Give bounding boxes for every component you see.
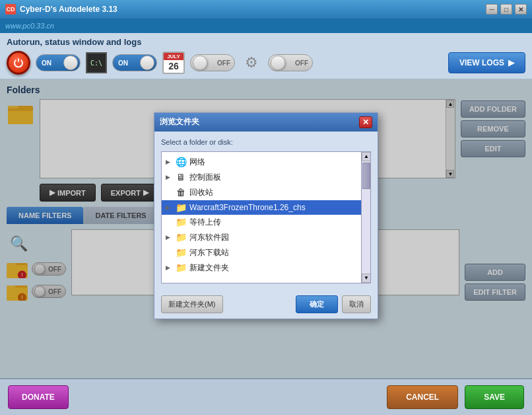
tree-item[interactable]: ▶📁Warcraft3FrozenThrone1.26_chs: [162, 200, 361, 215]
title-bar: CD Cyber-D's Autodelete 3.13 ─ □ ✕: [0, 0, 532, 19]
power-icon: [13, 57, 24, 69]
tree-item-label: 河东下载站: [189, 247, 229, 258]
tree-item-label: 等待上传: [189, 217, 221, 228]
tree-item-label: 回收站: [189, 187, 213, 198]
tree-expand-arrow: ▶: [166, 264, 175, 271]
window-title: Cyber-D's Autodelete 3.13: [20, 5, 117, 14]
tree-item[interactable]: ▶🌐网络: [162, 155, 361, 170]
new-folder-button[interactable]: 新建文件夹(M): [161, 295, 223, 313]
tree-scrollbar: ▲ ▼: [361, 152, 370, 283]
cmd-icon: C:\: [86, 52, 107, 73]
toolbar-row: ON C:\ ON JULY 26: [7, 51, 525, 75]
tree-content: ▶🌐网络▶🖥控制面板 🗑回收站▶📁Warcraft3FrozenThrone1.…: [162, 152, 361, 283]
tree-item-icon: 📁: [175, 247, 187, 258]
autorun-toggle[interactable]: ON: [36, 54, 81, 71]
tree-expand-arrow: ▶: [166, 159, 175, 165]
dialog-ok-button[interactable]: 确定: [296, 295, 338, 313]
tree-item[interactable]: ▶📁河东软件园: [162, 230, 361, 245]
tree-item[interactable]: ▶📁新建文件夹: [162, 260, 361, 276]
tree-scroll-up[interactable]: ▲: [362, 152, 371, 161]
maximize-button[interactable]: □: [500, 4, 512, 15]
tree-item-label: 河东软件园: [189, 232, 229, 243]
dialog-close-button[interactable]: ✕: [359, 116, 372, 128]
toggle-knob-4: [271, 56, 285, 70]
main-window: Autorun, status window and logs ON C:\: [0, 33, 532, 415]
tree-item-label: 新建文件夹: [189, 262, 229, 274]
calendar-icon: JULY 26: [162, 52, 185, 74]
tree-item-icon: 📁: [175, 232, 187, 243]
close-button[interactable]: ✕: [515, 4, 527, 15]
tree-expand-arrow: ▶: [166, 174, 175, 180]
extra-toggle-group: [268, 54, 313, 71]
schedule-toggle-group: [190, 54, 235, 71]
tree-item-icon: 🌐: [175, 157, 187, 167]
save-button[interactable]: SAVE: [465, 385, 524, 409]
tree-item[interactable]: 🗑回收站: [162, 185, 361, 200]
dialog-subtitle: Select a folder or disk:: [161, 138, 371, 146]
tree-scroll-down[interactable]: ▼: [362, 274, 371, 283]
cancel-button[interactable]: CANCEL: [387, 385, 458, 409]
tree-item[interactable]: ▶🖥控制面板: [162, 170, 361, 185]
dialog-tree[interactable]: ▶🌐网络▶🖥控制面板 🗑回收站▶📁Warcraft3FrozenThrone1.…: [161, 151, 371, 283]
tree-item-label: Warcraft3FrozenThrone1.26_chs: [189, 203, 306, 212]
content-area: Folders ▲ ▼ ADD FOLDER REMO: [0, 79, 532, 378]
window-controls: ─ □ ✕: [486, 4, 527, 15]
tree-item-icon: 📁: [175, 262, 187, 273]
view-logs-button[interactable]: VIEW LOGS ▶: [448, 52, 525, 73]
tree-scroll-track: [362, 161, 370, 274]
power-button[interactable]: [7, 51, 30, 75]
tree-item-icon: 📁: [175, 202, 187, 213]
tree-item-icon: 📁: [175, 217, 187, 227]
dialog-body: Select a folder or disk: ▶🌐网络▶🖥控制面板 🗑回收站…: [154, 132, 378, 290]
extra-toggle[interactable]: [268, 54, 313, 71]
toggle-knob-1: [63, 56, 78, 70]
toggle-knob-3: [193, 56, 207, 70]
tree-expand-arrow: ▶: [166, 234, 175, 241]
tree-item-label: 控制面板: [189, 172, 221, 183]
tree-item[interactable]: 📁河东下载站: [162, 245, 361, 260]
app-icon: CD: [5, 4, 16, 15]
dialog-buttons: 新建文件夹(M) 确定 取消: [154, 290, 378, 319]
tree-item[interactable]: 📁等待上传: [162, 215, 361, 230]
watermark-bar: www.pc0.33.cn: [0, 19, 532, 33]
autorun-toggle-group: ON: [36, 54, 81, 71]
header-title: Autorun, status window and logs: [7, 37, 525, 47]
tree-item-icon: 🖥: [175, 172, 187, 182]
watermark-text: www.pc0.33.cn: [5, 22, 54, 30]
gear-icon: ⚙: [240, 52, 263, 74]
arrow-right-icon: ▶: [508, 58, 514, 67]
tree-item-label: 网络: [189, 157, 205, 168]
tree-item-icon: 🗑: [175, 187, 187, 198]
bottom-bar: DONATE CANCEL SAVE: [0, 378, 532, 415]
browse-folder-dialog: 浏览文件夹 ✕ Select a folder or disk: ▶🌐网络▶🖥控…: [154, 112, 378, 319]
toggle-knob-2: [140, 56, 154, 70]
tree-expand-arrow: ▶: [166, 204, 175, 211]
minimize-button[interactable]: ─: [486, 4, 498, 15]
status-toggle-group: ON: [112, 54, 157, 71]
dialog-overlay: 浏览文件夹 ✕ Select a folder or disk: ▶🌐网络▶🖥控…: [0, 79, 532, 378]
status-toggle[interactable]: ON: [112, 54, 157, 71]
donate-button[interactable]: DONATE: [8, 385, 69, 409]
dialog-title: 浏览文件夹: [160, 116, 199, 128]
header-section: Autorun, status window and logs ON C:\: [0, 33, 532, 79]
tree-scroll-thumb[interactable]: [362, 163, 370, 189]
dialog-cancel-button[interactable]: 取消: [342, 295, 371, 313]
schedule-toggle[interactable]: [190, 54, 235, 71]
dialog-titlebar: 浏览文件夹 ✕: [154, 113, 378, 132]
